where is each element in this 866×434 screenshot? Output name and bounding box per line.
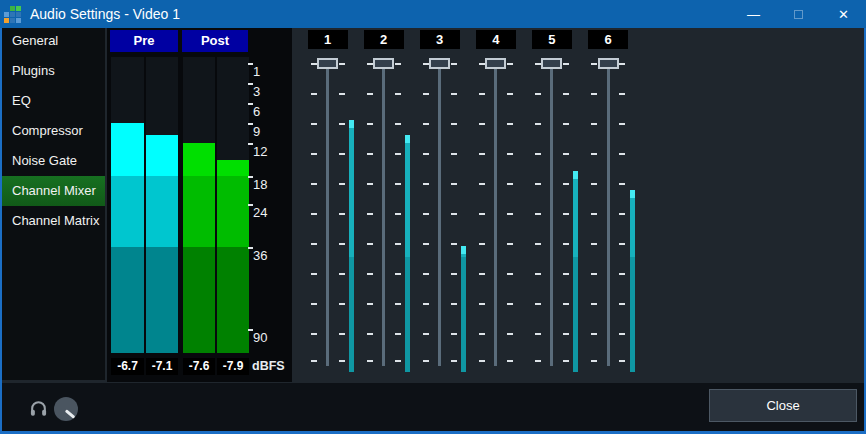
- channel-1-slider-track[interactable]: [326, 63, 329, 366]
- tick-dash: [311, 123, 317, 125]
- channel-5-slider-handle[interactable]: [541, 58, 562, 69]
- dbfs-label: dBFS: [252, 359, 285, 373]
- tick-dash: [535, 303, 541, 305]
- tick-dash: [563, 243, 569, 245]
- tick-dash: [619, 63, 625, 65]
- close-button[interactable]: Close: [709, 389, 857, 422]
- tick-dash: [339, 333, 345, 335]
- channel-3-slider-track[interactable]: [438, 63, 441, 366]
- tick-dash: [423, 183, 429, 185]
- maximize-button[interactable]: [776, 0, 821, 28]
- tick-dash: [507, 303, 513, 305]
- meter-value: -7.1: [146, 358, 178, 375]
- tick-dash: [591, 360, 597, 362]
- tick-dash: [563, 93, 569, 95]
- tick-dash: [395, 333, 401, 335]
- tick-dash: [395, 183, 401, 185]
- tick-dash: [423, 273, 429, 275]
- maximize-icon: [794, 10, 803, 19]
- tick-dash: [395, 123, 401, 125]
- tick-dash: [311, 63, 317, 65]
- tick-dash: [451, 360, 457, 362]
- channel-label-6: 6: [588, 30, 628, 49]
- tick-dash: [311, 273, 317, 275]
- tick-dash: [339, 243, 345, 245]
- tick-dash: [507, 123, 513, 125]
- tick-dash: [423, 213, 429, 215]
- tick-dash: [339, 183, 345, 185]
- tick-dash: [591, 153, 597, 155]
- tick-dash: [507, 333, 513, 335]
- pre-meter-header: Pre: [110, 30, 178, 52]
- tick-dash: [591, 63, 597, 65]
- pre-meter-column: [146, 57, 178, 353]
- tick-dash: [591, 213, 597, 215]
- tick-dash: [395, 243, 401, 245]
- tick-dash: [479, 303, 485, 305]
- channel-4-slider-track[interactable]: [494, 63, 497, 366]
- tick-dash: [591, 123, 597, 125]
- tick-dash: [591, 93, 597, 95]
- tick-dash: [507, 213, 513, 215]
- tick-dash: [619, 153, 625, 155]
- tick-dash: [395, 63, 401, 65]
- tick-dash: [451, 303, 457, 305]
- tick-dash: [423, 153, 429, 155]
- tick-dash: [367, 63, 373, 65]
- tick-dash: [479, 123, 485, 125]
- tick-dash: [423, 303, 429, 305]
- sidebar-item-channel-mixer[interactable]: Channel Mixer: [2, 176, 105, 206]
- minimize-button[interactable]: —: [731, 0, 776, 28]
- tick-dash: [339, 213, 345, 215]
- tick-dash: [591, 333, 597, 335]
- tick-dash: [423, 360, 429, 362]
- tick-dash: [507, 360, 513, 362]
- sidebar-item-plugins[interactable]: Plugins: [2, 56, 105, 86]
- headphones-icon[interactable]: [29, 399, 48, 418]
- tick-dash: [451, 153, 457, 155]
- tick-dash: [311, 93, 317, 95]
- sidebar-item-noise-gate[interactable]: Noise Gate: [2, 146, 105, 176]
- meter-panel: PrePost-6.7-7.1-7.6-7.913691218243690dBF…: [107, 28, 292, 382]
- tick-dash: [619, 273, 625, 275]
- sidebar-item-compressor[interactable]: Compressor: [2, 116, 105, 146]
- tick-dash: [367, 123, 373, 125]
- channel-6-slider-handle[interactable]: [598, 58, 619, 69]
- tick-dash: [339, 93, 345, 95]
- window: Audio Settings - Video 1 — ✕ GeneralPlug…: [0, 0, 866, 434]
- tick-dash: [535, 213, 541, 215]
- tick-dash: [339, 123, 345, 125]
- channel-1-slider-handle[interactable]: [317, 58, 338, 69]
- tick-dash: [535, 360, 541, 362]
- app-icon-cell: [4, 18, 9, 23]
- channel-2-slider-track[interactable]: [382, 63, 385, 366]
- channel-5-slider-track[interactable]: [550, 63, 553, 366]
- tick-dash: [423, 333, 429, 335]
- channel-2-slider-handle[interactable]: [373, 58, 394, 69]
- tick-dash: [367, 243, 373, 245]
- channel-6-slider-track[interactable]: [607, 63, 610, 366]
- scale-label: 24: [253, 205, 267, 220]
- titlebar: Audio Settings - Video 1 — ✕: [0, 0, 866, 28]
- knob-pointer: [65, 409, 75, 418]
- channel-label-2: 2: [364, 30, 404, 49]
- tick-dash: [619, 93, 625, 95]
- tick-dash: [507, 153, 513, 155]
- channel-3-level-meter: [461, 246, 466, 372]
- tick-dash: [311, 303, 317, 305]
- scale-label: 12: [253, 144, 267, 159]
- tick-dash: [451, 333, 457, 335]
- channel-3-slider-handle[interactable]: [429, 58, 450, 69]
- channel-4-slider-handle[interactable]: [485, 58, 506, 69]
- tick-dash: [563, 360, 569, 362]
- tick-dash: [619, 213, 625, 215]
- sidebar-item-general[interactable]: General: [2, 26, 105, 56]
- sidebar-item-channel-matrix[interactable]: Channel Matrix: [2, 206, 105, 236]
- app-icon-cell: [10, 12, 15, 17]
- tick-dash: [591, 303, 597, 305]
- channel-sliders: 123456: [292, 28, 864, 382]
- sidebar-item-eq[interactable]: EQ: [2, 86, 105, 116]
- app-icon-cell: [16, 6, 21, 11]
- close-window-button[interactable]: ✕: [821, 0, 866, 28]
- volume-knob[interactable]: [54, 397, 78, 421]
